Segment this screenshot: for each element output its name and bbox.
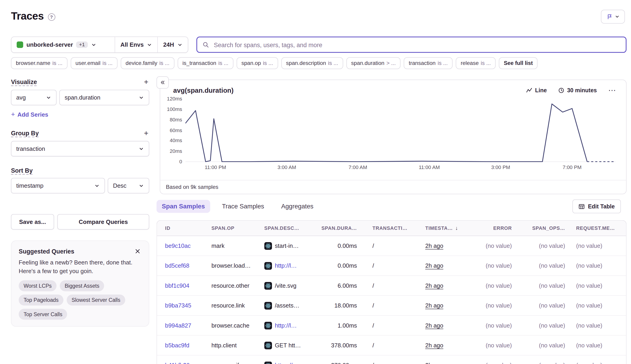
span-description-link[interactable]: http://l… <box>275 262 297 269</box>
table-row[interactable]: bbf1c904resource.other/vite.svg6.00ms/2h… <box>157 276 626 296</box>
x-axis-labels: 11:00 PM3:00 AM7:00 AM11:00 AM3:00 PM7:0… <box>185 164 615 173</box>
column-header-op[interactable]: SPAN.OP <box>205 220 258 236</box>
table-row[interactable]: b9ba7345resource.link/assets…18.00ms/2h … <box>157 296 626 316</box>
search-input[interactable] <box>213 41 620 48</box>
search-bar[interactable] <box>196 37 626 53</box>
span-id-link[interactable]: b41bfb26 <box>165 362 190 364</box>
cell-transaction: / <box>366 256 419 276</box>
timestamp-link[interactable]: 2h ago <box>425 262 443 269</box>
cell-span-ops: (no value) <box>517 236 570 256</box>
chevron-down-icon <box>139 183 144 188</box>
chart-type-button[interactable]: Line <box>526 87 547 94</box>
filter-chip-release[interactable]: releaseis ... <box>456 57 496 69</box>
filter-chip-span-op[interactable]: span.opis ... <box>236 57 278 69</box>
span-id-link[interactable]: b9ba7345 <box>165 302 191 309</box>
cell-timestamp: 2h ago <box>419 356 468 364</box>
transaction-value: / <box>373 302 374 309</box>
filter-chip-key: span.description <box>286 60 326 66</box>
add-series-button[interactable]: + Add Series <box>11 110 48 119</box>
suggested-query-top-pageloads[interactable]: Top Pageloads <box>19 294 63 306</box>
group-by-select[interactable]: transaction <box>11 141 149 156</box>
add-visualize-button[interactable]: + <box>143 78 149 86</box>
suggested-query-biggest-assets[interactable]: Biggest Assets <box>60 280 104 291</box>
suggested-query-worst-lcps[interactable]: Worst LCPs <box>19 280 57 291</box>
filter-chip-key: transaction <box>409 60 436 66</box>
table-row[interactable]: b5bac9fdhttp.clientGET htt…378.00ms/2h a… <box>157 336 626 355</box>
timestamp-link[interactable]: 2h ago <box>425 322 443 329</box>
close-icon[interactable] <box>134 247 142 255</box>
save-as-button[interactable]: Save as... <box>11 214 54 230</box>
column-header-time[interactable]: TIMESTA…↓ <box>419 220 468 236</box>
column-header-request[interactable]: REQUEST.ME… <box>570 220 626 236</box>
tab-trace-samples[interactable]: Trace Samples <box>217 200 269 213</box>
plus-icon: + <box>11 110 15 119</box>
cell-span-ops: (no value) <box>517 276 570 296</box>
sort-direction-select[interactable]: Desc <box>108 178 149 194</box>
cell-span-description: /vite.svg <box>258 276 313 296</box>
filter-chip-span-duration[interactable]: span.duration> ... <box>346 57 401 69</box>
date-range-selector[interactable]: 24H <box>158 37 188 52</box>
y-axis-tick-label: 120ms <box>160 96 182 102</box>
timestamp-link[interactable]: 2h ago <box>425 362 443 364</box>
edit-table-button[interactable]: Edit Table <box>572 200 621 214</box>
interval-button[interactable]: 30 minutes <box>558 87 597 94</box>
feature-flag-button[interactable] <box>601 10 625 24</box>
timestamp-link[interactable]: 2h ago <box>425 302 443 309</box>
chart-overflow-menu-button[interactable]: ⋯ <box>608 86 616 95</box>
span-id-link[interactable]: be9c10ac <box>165 242 191 249</box>
span-description-link[interactable]: http://l… <box>275 322 297 329</box>
cell-request-method: (no value) <box>570 236 626 256</box>
column-header-dur[interactable]: SPAN.DURA… <box>313 220 366 236</box>
timestamp-link[interactable]: 2h ago <box>425 342 443 349</box>
aggregate-select[interactable]: avg <box>11 90 57 105</box>
compare-queries-button[interactable]: Compare Queries <box>58 214 149 230</box>
sort-desc-icon: ↓ <box>455 225 458 231</box>
filter-chip-is-transaction[interactable]: is_transactionis ... <box>178 57 233 69</box>
cell-span-ops: (no value) <box>517 316 570 335</box>
column-header-span_ops[interactable]: SPAN_OPS… <box>517 220 570 236</box>
column-header-transaction[interactable]: TRANSACTI… <box>366 220 419 236</box>
span-description-link[interactable]: https://… <box>275 362 298 364</box>
tab-aggregates[interactable]: Aggregates <box>276 200 319 213</box>
filter-chip-browser-name[interactable]: browser.nameis ... <box>11 57 67 69</box>
column-header-id[interactable]: ID <box>157 220 205 236</box>
field-select[interactable]: span.duration <box>59 90 149 105</box>
cell-request-method: (no value) <box>570 356 626 364</box>
table-row[interactable]: b41bfb26resource.ifra…https://…276.00ms/… <box>157 356 626 364</box>
column-header-desc[interactable]: SPAN.DESC… <box>258 220 313 236</box>
visualize-label: Visualize <box>11 78 37 85</box>
span-ops-value: (no value) <box>539 322 565 329</box>
timestamp-link[interactable]: 2h ago <box>425 242 443 249</box>
suggested-query-slowest-server-calls[interactable]: Slowest Server Calls <box>67 294 125 306</box>
table-row[interactable]: bd5cef68browser.load…http://l…0.00ms/2h … <box>157 256 626 276</box>
line-chart-icon <box>526 87 532 94</box>
collapse-sidebar-button[interactable] <box>157 76 169 88</box>
sort-field-select[interactable]: timestamp <box>11 178 105 194</box>
cell-transaction: / <box>366 276 419 296</box>
help-icon[interactable]: ? <box>48 13 55 20</box>
column-label: SPAN_OPS… <box>532 225 565 231</box>
add-group-by-button[interactable]: + <box>143 129 149 137</box>
table-row[interactable]: be9c10acmarkstart-in…0.00ms/2h ago(no va… <box>157 236 626 256</box>
timestamp-link[interactable]: 2h ago <box>425 282 443 289</box>
suggested-query-top-server-calls[interactable]: Top Server Calls <box>19 309 67 320</box>
filter-chip-device-family[interactable]: device.familyis ... <box>121 57 174 69</box>
column-header-error[interactable]: ERROR <box>468 220 517 236</box>
span-duration-value: 378.00ms <box>331 342 357 349</box>
span-duration-value: 0.00ms <box>338 262 357 269</box>
cell-span-duration: 6.00ms <box>313 276 366 296</box>
chevron-down-icon <box>46 95 51 100</box>
span-id-link[interactable]: bbf1c904 <box>165 282 189 289</box>
table-row[interactable]: b994a827browser.cachehttp://l…1.00ms/2h … <box>157 316 626 336</box>
project-selector[interactable]: unborked-server +1 <box>12 37 115 52</box>
environment-selector[interactable]: All Envs <box>115 37 158 52</box>
span-id-link[interactable]: bd5cef68 <box>165 262 189 269</box>
see-full-list-button[interactable]: See full list <box>499 57 538 69</box>
filter-chip-span-description[interactable]: span.descriptionis ... <box>281 57 343 69</box>
tab-span-samples[interactable]: Span Samples <box>157 200 210 213</box>
traces-page: Traces ? unborked-server +1 All Envs 24H <box>0 0 631 364</box>
span-id-link[interactable]: b5bac9fd <box>165 342 189 349</box>
filter-chip-transaction[interactable]: transactionis ... <box>404 57 453 69</box>
span-id-link[interactable]: b994a827 <box>165 322 191 329</box>
filter-chip-user-email[interactable]: user.emailis ... <box>71 57 118 69</box>
